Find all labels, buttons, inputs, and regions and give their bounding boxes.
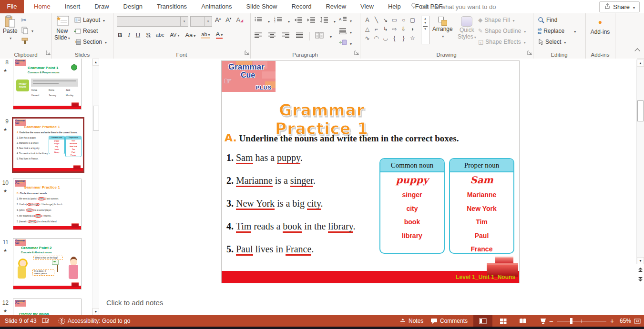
shape-icon-17[interactable]: ☆ [408, 34, 417, 43]
zoom-slider[interactable] [557, 315, 606, 327]
zoom-slider-thumb[interactable] [570, 318, 572, 324]
tab-slide-show[interactable]: Slide Show [239, 0, 284, 13]
underline-button[interactable]: U [136, 31, 140, 39]
shape-icon-11[interactable]: ◗ [408, 25, 417, 34]
notes-toggle-button[interactable]: Notes [399, 315, 423, 327]
cut-button[interactable]: ✂ [21, 16, 27, 24]
shape-icon-2[interactable]: ↘ [381, 16, 390, 25]
text-direction-button[interactable]: A [338, 16, 352, 25]
line-spacing-button[interactable] [320, 16, 328, 25]
shape-icon-3[interactable]: ▭ [390, 16, 399, 25]
columns-button[interactable] [315, 31, 324, 40]
increase-font-size-button[interactable]: A▴ [215, 16, 221, 23]
arrange-button[interactable]: Arrange [432, 16, 453, 39]
shape-effects-button[interactable]: ◱ Shape Effects [478, 39, 526, 45]
normal-view-button[interactable] [473, 315, 492, 327]
next-slide-button[interactable] [638, 275, 643, 284]
tab-record[interactable]: Record [284, 0, 318, 13]
decrease-font-size-button[interactable]: A▾ [225, 16, 231, 23]
reset-button[interactable]: Reset [74, 28, 98, 34]
italic-button[interactable]: I [128, 31, 130, 39]
clipboard-dialog-launcher[interactable] [46, 49, 51, 57]
shape-icon-5[interactable]: ▢ [408, 16, 417, 25]
proper-noun-box[interactable]: Proper nounSamMarianneNew YorkTimPaulFra… [449, 158, 514, 254]
tab-animations[interactable]: Animations [194, 0, 239, 13]
font-size-combo[interactable]: ▾ [190, 16, 212, 27]
shape-icon-16[interactable]: } [399, 34, 408, 43]
comments-toggle-button[interactable]: Comments [430, 315, 468, 327]
tab-home[interactable]: Home [27, 0, 58, 13]
character-spacing-button[interactable]: AV [170, 32, 180, 38]
tab-draw[interactable]: Draw [87, 0, 116, 13]
replace-button[interactable]: abac Replace [538, 28, 576, 34]
slide-thumbnail-10[interactable]: GrammarCueGrammar Practice 1B. Circle th… [13, 179, 82, 230]
align-left-button[interactable] [254, 31, 263, 40]
main-scrollbar[interactable]: ▲ ▼ [636, 60, 644, 264]
paste-button[interactable]: Paste [3, 15, 18, 41]
find-button[interactable]: Find [538, 17, 557, 23]
shape-icon-6[interactable]: △ [363, 25, 372, 34]
shape-icon-10[interactable]: ⇩ [399, 25, 408, 34]
share-button[interactable]: Share [599, 1, 640, 12]
shape-fill-button[interactable]: ◆ Shape Fill [478, 17, 515, 23]
tell-me-box[interactable]: Tell me what you want to do [411, 0, 496, 13]
align-text-button[interactable] [338, 27, 352, 36]
drawing-dialog-launcher[interactable] [527, 49, 532, 57]
shape-outline-button[interactable]: ✎ Shape Outline [478, 28, 526, 34]
quick-styles-button[interactable]: Quick Styles [458, 16, 476, 40]
zoom-out-button[interactable]: − [549, 315, 553, 327]
copy-button[interactable] [21, 27, 33, 34]
addins-button[interactable]: ● Add-ins [590, 18, 610, 35]
text-shadow-button[interactable]: S [146, 31, 150, 39]
shape-icon-14[interactable]: ◡ [381, 34, 390, 43]
shape-icon-4[interactable]: ○ [399, 16, 408, 25]
zoom-level[interactable]: 65% [620, 315, 631, 327]
slide-sorter-view-button[interactable] [493, 315, 512, 327]
spell-check-icon[interactable] [42, 315, 50, 327]
section-button[interactable]: Section [74, 39, 107, 45]
tab-insert[interactable]: Insert [58, 0, 88, 13]
font-color-button[interactable]: A [216, 30, 223, 39]
shape-icon-1[interactable]: ╲ [372, 16, 381, 25]
highlight-color-button[interactable]: ab [201, 31, 210, 39]
collapse-ribbon-button[interactable] [635, 46, 639, 55]
shapes-gallery[interactable]: A╲↘▭○▢△⌐↳⇨⇩◗∿◠◡{}☆ [363, 16, 419, 43]
thumbnail-scrollbar[interactable]: ▲ ▼ [92, 59, 99, 315]
accessibility-checker[interactable]: Accessibility: Good to go [58, 315, 130, 327]
layout-button[interactable]: Layout [74, 17, 105, 23]
font-name-combo[interactable]: ▾ [117, 16, 188, 27]
fit-slide-to-window-button[interactable] [634, 315, 641, 327]
sentence-list[interactable]: 1. Sam has a puppy.2. Marianne is a sing… [226, 152, 355, 267]
shape-icon-7[interactable]: ⌐ [372, 25, 381, 34]
strikethrough-button[interactable]: abc [156, 32, 164, 38]
zoom-in-button[interactable]: + [610, 315, 614, 327]
new-slide-button[interactable]: New Slide [54, 15, 70, 41]
increase-indent-button[interactable] [307, 16, 316, 25]
justify-button[interactable] [296, 31, 304, 40]
smartart-button[interactable] [338, 39, 352, 48]
align-right-button[interactable] [282, 31, 290, 40]
previous-slide-button[interactable] [638, 266, 643, 274]
notes-pane[interactable]: Click to add notes [99, 294, 644, 316]
align-center-button[interactable] [268, 31, 276, 40]
tab-transitions[interactable]: Transitions [150, 0, 194, 13]
tab-design[interactable]: Design [116, 0, 150, 13]
change-case-button[interactable]: Aa [185, 31, 195, 39]
shape-icon-15[interactable]: { [390, 34, 399, 43]
tab-review[interactable]: Review [318, 0, 353, 13]
shapes-gallery-more-button[interactable]: ▴ ▾ ▾ [421, 16, 429, 44]
paragraph-dialog-launcher[interactable] [354, 49, 359, 57]
bold-button[interactable]: B [118, 31, 122, 39]
clear-formatting-button[interactable]: A◢ [236, 16, 243, 23]
shape-icon-8[interactable]: ↳ [381, 25, 390, 34]
slide-thumbnail-9[interactable]: GrammarCueGrammar Practice 1A. Underline… [12, 117, 84, 173]
common-noun-box[interactable]: Common nounpuppysingercitybooklibrary [379, 158, 445, 254]
file-tab[interactable]: File [0, 0, 24, 13]
reading-view-button[interactable] [513, 315, 532, 327]
tab-help[interactable]: Help [381, 0, 408, 13]
slide-thumbnail-12[interactable]: GrammarCuePractice the dialog. [13, 299, 82, 315]
shape-icon-12[interactable]: ∿ [363, 34, 372, 43]
numbering-button[interactable]: 123 [274, 16, 283, 25]
font-dialog-launcher[interactable] [245, 49, 249, 57]
shape-icon-13[interactable]: ◠ [372, 34, 381, 43]
